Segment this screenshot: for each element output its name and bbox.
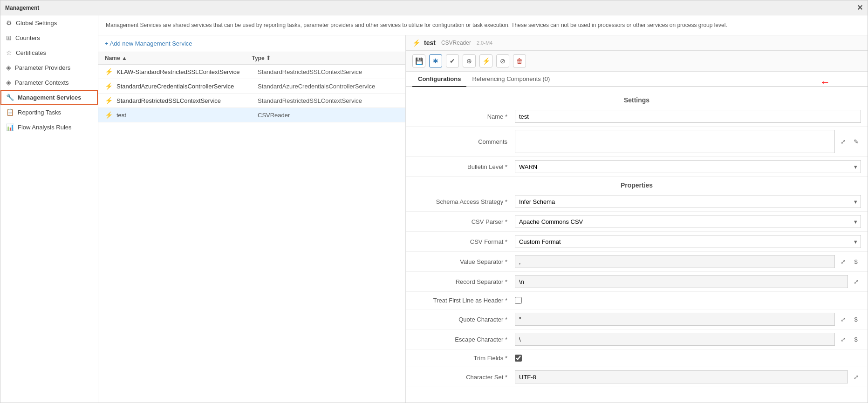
sidebar-label-counters: Counters [15,34,40,41]
select-schema-access[interactable]: Infer Schema [515,195,861,208]
input-comments[interactable] [515,130,835,153]
close-button[interactable]: ✕ [857,3,863,12]
row-type-3: CSVReader [258,112,399,119]
form-row-schema-access: Schema Access Strategy * Infer Schema [406,192,868,212]
value-value-separator: ⤢ $ [515,255,861,268]
sidebar-icon-parameter-contexts: ◈ [6,79,11,86]
toolbar-delete[interactable]: 🗑 [513,54,526,67]
label-schema-access: Schema Access Strategy * [412,198,515,205]
row-type-0: StandardRestrictedSSLContextService [258,68,399,75]
sidebar-item-reporting-tasks[interactable]: 📋Reporting Tasks [0,105,98,120]
checkbox-first-line[interactable] [515,297,522,304]
form-row-name: Name * [406,107,868,127]
form-row-csv-parser: CSV Parser * Apache Commons CSV [406,212,868,232]
sidebar-icon-parameter-providers: ◈ [6,64,11,71]
toolbar-disable[interactable]: ⊘ [496,54,509,67]
toolbar-enable[interactable]: ⚡ [479,54,492,67]
table-row[interactable]: ⚡KLAW-StandardRestrictedSSLContextServic… [98,65,405,79]
row-name-1: StandardAzureCredentialsControllerServic… [116,83,258,90]
checkbox-trim-fields[interactable] [515,355,522,362]
sidebar-icon-reporting-tasks: 📋 [6,108,14,116]
label-value-separator: Value Separator * [412,258,515,265]
toolbar-properties[interactable]: ✱ [429,54,442,67]
input-name[interactable] [515,110,861,123]
sidebar-item-flow-analysis-rules[interactable]: 📊Flow Analysis Rules [0,120,98,134]
table-row[interactable]: ⚡StandardRestrictedSSLContextServiceStan… [98,94,405,108]
add-service-button[interactable]: + Add new Management Service [98,35,405,52]
input-escape-char[interactable] [515,333,835,346]
service-table: ⚡KLAW-StandardRestrictedSSLContextServic… [98,65,405,122]
arrow-indicator: ← [820,76,830,88]
form-row-csv-format: CSV Format * Custom Format [406,232,868,252]
label-trim-fields: Trim Fields * [412,355,515,362]
select-bulletin-level[interactable]: DEBUG INFO WARN ERROR [515,160,861,173]
expand-charset-btn[interactable]: ⤢ [851,372,861,382]
label-csv-format: CSV Format * [412,238,515,245]
form-row-escape-char: Escape Character * ⤢ $ [406,329,868,349]
expand-record-separator-btn[interactable]: ⤢ [851,276,861,287]
form-row-record-separator: Record Separator * ⤢ [406,272,868,292]
form-row-quote-char: Quote Character * ⤢ $ [406,309,868,329]
input-value-separator[interactable] [515,255,835,268]
variable-quote-char-btn[interactable]: $ [851,314,861,324]
config-header: ⚡ test CSVReader 2.0-M4 [406,35,868,51]
value-record-separator: ⤢ [515,275,861,288]
config-body: Settings Name * Comments ⤢ [406,87,868,403]
toolbar-add[interactable]: ⊕ [463,54,476,67]
value-comments: ⤢ ✎ [515,130,861,153]
label-charset: Character Set * [412,374,515,381]
value-quote-char: ⤢ $ [515,313,861,326]
toolbar-save[interactable]: 💾 [412,54,425,67]
value-first-line [515,297,861,304]
value-trim-fields [515,355,861,362]
value-csv-format: Custom Format [515,235,861,248]
label-comments: Comments [412,138,515,145]
value-escape-char: ⤢ $ [515,333,861,346]
variable-value-separator-btn[interactable]: $ [851,256,861,267]
sidebar-item-parameter-contexts[interactable]: ◈Parameter Contexts [0,75,98,90]
sidebar-label-global-settings: Global Settings [16,20,57,27]
label-escape-char: Escape Character * [412,336,515,343]
main-panel: Management Services are shared services … [98,15,868,403]
sidebar-label-flow-analysis-rules: Flow Analysis Rules [18,124,72,131]
settings-section-title: Settings [406,92,868,107]
sidebar-icon-flow-analysis-rules: 📊 [6,123,14,131]
sidebar-item-management-services[interactable]: 🔧Management Services [0,90,98,105]
expand-value-separator-btn[interactable]: ⤢ [838,256,848,267]
form-row-charset: Character Set * ⤢ [406,367,868,387]
select-wrapper-bulletin: DEBUG INFO WARN ERROR [515,160,861,173]
sidebar-label-management-services: Management Services [18,94,82,101]
input-record-separator[interactable] [515,275,848,288]
input-charset[interactable] [515,370,848,383]
sidebar-icon-counters: ⊞ [6,34,12,41]
label-csv-parser: CSV Parser * [412,218,515,225]
table-row[interactable]: ⚡StandardAzureCredentialsControllerServi… [98,79,405,94]
sidebar-item-counters[interactable]: ⊞Counters [0,30,98,45]
sidebar-item-certificates[interactable]: ☆Certificates [0,45,98,60]
select-csv-parser[interactable]: Apache Commons CSV [515,215,861,228]
tab-referencing-components[interactable]: Referencing Components (0) [466,72,555,87]
config-tabs: Configurations Referencing Components (0… [406,72,868,87]
select-csv-format[interactable]: Custom Format [515,235,861,248]
service-list: + Add new Management Service Name ▲ Type… [98,35,406,403]
toolbar-verify[interactable]: ✔ [446,54,459,67]
expand-quote-char-btn[interactable]: ⤢ [838,314,848,324]
expand-escape-char-btn[interactable]: ⤢ [838,334,848,344]
value-charset: ⤢ [515,370,861,383]
variable-escape-char-btn[interactable]: $ [851,334,861,344]
title-bar: Management ✕ [0,0,868,15]
sidebar-item-parameter-providers[interactable]: ◈Parameter Providers [0,60,98,75]
expand-comments-btn[interactable]: ⤢ [838,136,848,147]
sidebar-item-global-settings[interactable]: ⚙Global Settings [0,15,98,30]
properties-section-title: Properties [406,177,868,192]
table-header: Name ▲ Type ⬆ [98,52,405,65]
sidebar: ⚙Global Settings⊞Counters☆Certificates◈P… [0,15,98,403]
tab-configurations[interactable]: Configurations [412,72,466,87]
edit-comments-btn[interactable]: ✎ [851,136,861,147]
sidebar-icon-management-services: 🔧 [6,94,14,101]
table-row[interactable]: ⚡testCSVReader [98,108,405,122]
label-first-line: Treat First Line as Header * [412,297,515,304]
row-icon-3: ⚡ [105,111,113,119]
input-quote-char[interactable] [515,313,835,326]
sidebar-label-certificates: Certificates [16,49,46,56]
